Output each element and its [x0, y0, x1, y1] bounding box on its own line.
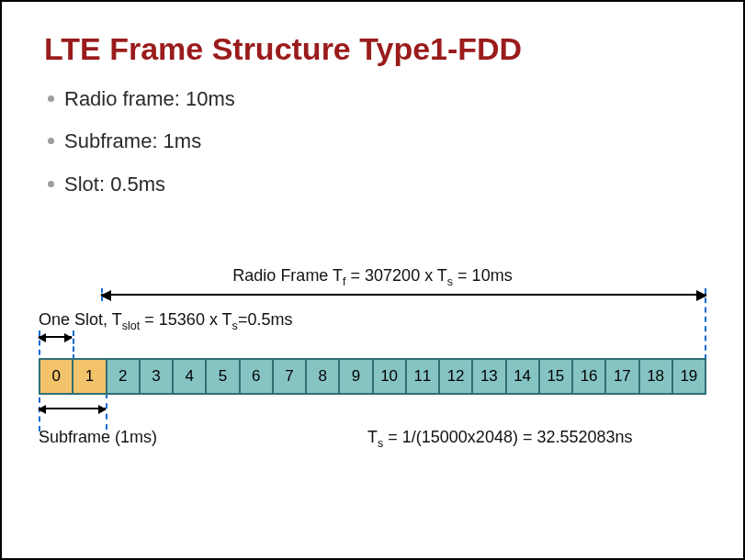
slot-cell: 0 — [40, 360, 73, 393]
radio-frame-arrow — [101, 294, 706, 296]
slot-cell: 17 — [606, 360, 639, 393]
slot-cell: 10 — [374, 360, 407, 393]
slot-cell: 16 — [573, 360, 606, 393]
bullet-item: Radio frame: 10ms — [64, 87, 706, 111]
slot-cell: 15 — [540, 360, 573, 393]
slide-title: LTE Frame Structure Type1-FDD — [44, 31, 706, 67]
slide: LTE Frame Structure Type1-FDD Radio fram… — [0, 0, 745, 560]
ts-formula: Ts = 1/(15000x2048) = 32.552083ns — [367, 428, 633, 450]
slot-cell: 19 — [673, 360, 705, 393]
bullet-item: Subframe: 1ms — [64, 129, 706, 153]
bullet-item: Slot: 0.5ms — [64, 173, 706, 196]
slot-cell: 8 — [307, 360, 340, 393]
radio-frame-label: Radio Frame Tf = 307200 x Ts = 10ms — [39, 266, 706, 288]
slot-cell: 13 — [473, 360, 506, 393]
bullet-list: Radio frame: 10ms Subframe: 1ms Slot: 0.… — [39, 87, 706, 196]
subframe-arrow — [39, 408, 106, 409]
slot-cell: 3 — [141, 360, 174, 393]
one-slot-label: One Slot, Tslot = 15360 x Ts=0.5ms — [39, 310, 292, 332]
slot-cell: 4 — [174, 360, 207, 393]
slot-cell: 12 — [440, 360, 473, 393]
slot-cell: 7 — [274, 360, 307, 393]
slot-cell: 14 — [507, 360, 540, 393]
slot-cell: 2 — [107, 360, 141, 393]
guide-line — [101, 288, 103, 301]
slot-cell: 9 — [340, 360, 373, 393]
slot-strip: 0 1 2 3 4 5 6 7 8 9 10 11 12 13 14 15 16… — [39, 358, 706, 395]
guide-line — [705, 288, 706, 360]
guide-line — [73, 330, 74, 360]
one-slot-arrow — [39, 336, 72, 338]
subframe-label: Subframe (1ms) — [39, 428, 157, 447]
slot-cell: 18 — [640, 360, 673, 393]
slot-cell: 1 — [73, 360, 107, 393]
slot-cell: 5 — [207, 360, 240, 393]
slot-cell: 11 — [407, 360, 440, 393]
slot-cell: 6 — [241, 360, 274, 393]
